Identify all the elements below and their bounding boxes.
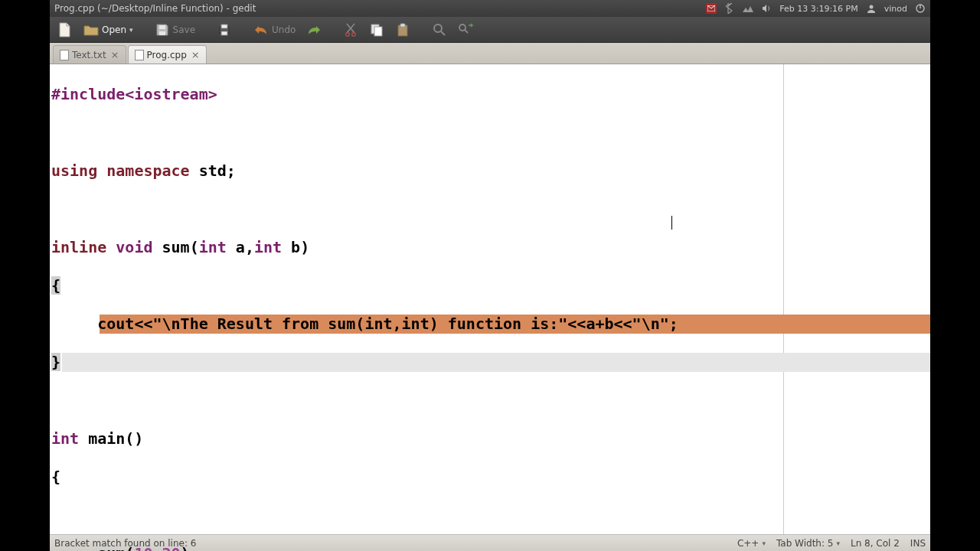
toolbar: Open ▾ Save Undo	[50, 17, 930, 43]
print-icon	[217, 22, 232, 37]
close-icon[interactable]: ×	[111, 49, 119, 60]
document-icon	[60, 50, 69, 60]
save-label: Save	[173, 24, 195, 35]
undo-button[interactable]: Undo	[250, 21, 299, 39]
svg-rect-2	[159, 25, 165, 29]
paste-button[interactable]	[392, 21, 413, 39]
tab-text-txt[interactable]: Text.txt ×	[53, 45, 126, 64]
svg-rect-3	[159, 31, 165, 35]
editor-area[interactable]: #include<iostream> using namespace std; …	[50, 64, 930, 534]
close-icon[interactable]: ×	[191, 49, 200, 60]
tab-label: Text.txt	[72, 50, 106, 60]
open-folder-icon	[83, 22, 99, 37]
new-file-icon	[57, 22, 73, 37]
network-icon[interactable]	[743, 3, 753, 14]
mail-icon[interactable]	[706, 3, 717, 14]
svg-rect-12	[400, 24, 405, 27]
title-bar: Prog.cpp (~/Desktop/Inline Function) - g…	[50, 0, 930, 17]
find-replace-button[interactable]	[455, 21, 476, 39]
window-title: Prog.cpp (~/Desktop/Inline Function) - g…	[54, 3, 700, 14]
open-button[interactable]: Open ▾	[80, 21, 136, 39]
document-icon	[135, 50, 144, 60]
clock-text[interactable]: Feb 13 3:19:16 PM	[779, 4, 858, 14]
find-replace-icon	[458, 22, 473, 37]
undo-label: Undo	[272, 24, 296, 35]
new-file-button[interactable]	[54, 21, 76, 39]
search-icon	[432, 22, 447, 37]
save-icon	[155, 22, 170, 37]
code-content: #include<iostream> using namespace std; …	[50, 64, 930, 551]
user-icon[interactable]	[866, 3, 877, 14]
gedit-window: Prog.cpp (~/Desktop/Inline Function) - g…	[50, 0, 930, 551]
tab-prog-cpp[interactable]: Prog.cpp ×	[128, 45, 207, 64]
redo-icon	[306, 22, 322, 37]
svg-point-14	[459, 24, 466, 31]
system-tray: Feb 13 3:19:16 PM vinod	[706, 3, 926, 14]
tab-strip: Text.txt × Prog.cpp ×	[50, 43, 930, 64]
open-label: Open	[102, 24, 126, 35]
bluetooth-icon[interactable]	[724, 3, 735, 14]
svg-rect-6	[221, 31, 227, 35]
find-button[interactable]	[429, 21, 450, 39]
tab-label: Prog.cpp	[147, 50, 187, 60]
text-cursor	[671, 216, 672, 230]
chevron-down-icon: ▾	[129, 26, 133, 34]
paste-icon	[395, 22, 410, 37]
svg-point-8	[352, 32, 356, 36]
print-button[interactable]	[214, 21, 235, 39]
save-button[interactable]: Save	[152, 21, 198, 39]
svg-point-7	[346, 32, 350, 36]
undo-icon	[253, 22, 269, 37]
letterbox-right	[930, 0, 980, 551]
volume-icon[interactable]	[761, 3, 772, 14]
cut-button[interactable]	[340, 21, 361, 39]
power-icon[interactable]	[915, 3, 926, 14]
copy-button[interactable]	[366, 21, 387, 39]
svg-point-13	[434, 24, 442, 32]
letterbox-left	[0, 0, 50, 551]
user-name[interactable]: vinod	[884, 4, 907, 14]
redo-button[interactable]	[303, 21, 325, 39]
cut-icon	[343, 22, 358, 37]
copy-icon	[369, 22, 384, 37]
svg-rect-10	[374, 27, 382, 36]
svg-rect-5	[221, 24, 227, 28]
svg-point-0	[869, 5, 873, 9]
